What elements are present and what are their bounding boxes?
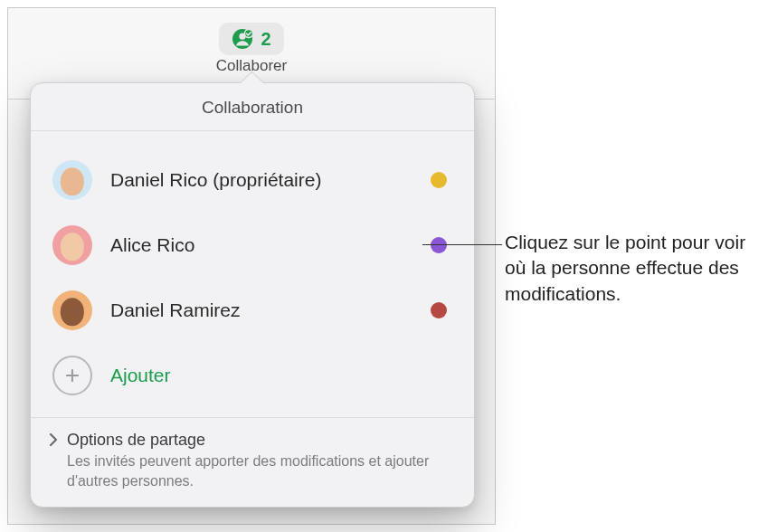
add-label: Ajouter [110, 365, 171, 386]
participant-row[interactable]: Daniel Rico (propriétaire) [52, 147, 452, 213]
presence-dot[interactable] [431, 237, 447, 253]
participant-name: Daniel Ramirez [110, 299, 431, 321]
callout-leader-line [422, 244, 502, 245]
avatar [52, 290, 92, 330]
app-window: 2 Collaborer Collaboration Daniel Rico (… [7, 7, 496, 525]
collaboration-popover: Collaboration Daniel Rico (propriétaire)… [30, 82, 475, 508]
person-badge-icon [232, 28, 253, 50]
share-options-title: Options de partage [67, 431, 205, 450]
avatar [52, 225, 92, 265]
participant-row[interactable]: Daniel Ramirez [52, 278, 452, 343]
participant-name: Daniel Rico (propriétaire) [110, 169, 431, 191]
add-participant-button[interactable]: + Ajouter [52, 343, 452, 408]
share-options[interactable]: Options de partage Les invités peuvent a… [31, 417, 474, 507]
presence-dot[interactable] [431, 302, 447, 318]
participant-list: Daniel Rico (propriétaire) Alice Rico Da… [31, 131, 474, 417]
collaborator-count: 2 [261, 29, 270, 50]
participant-name: Alice Rico [110, 234, 431, 256]
chevron-right-icon [49, 431, 62, 449]
toolbar: 2 Collaborer [8, 8, 495, 81]
callout-text: Cliquez sur le point pour voir où la per… [505, 230, 749, 307]
presence-dot[interactable] [431, 172, 447, 188]
participant-row[interactable]: Alice Rico [52, 213, 452, 278]
plus-icon: + [52, 356, 92, 395]
popover-title: Collaboration [31, 83, 474, 131]
collaborate-button[interactable]: 2 [219, 23, 283, 55]
avatar [52, 160, 92, 200]
share-options-subtitle: Les invités peuvent apporter des modific… [49, 451, 456, 490]
